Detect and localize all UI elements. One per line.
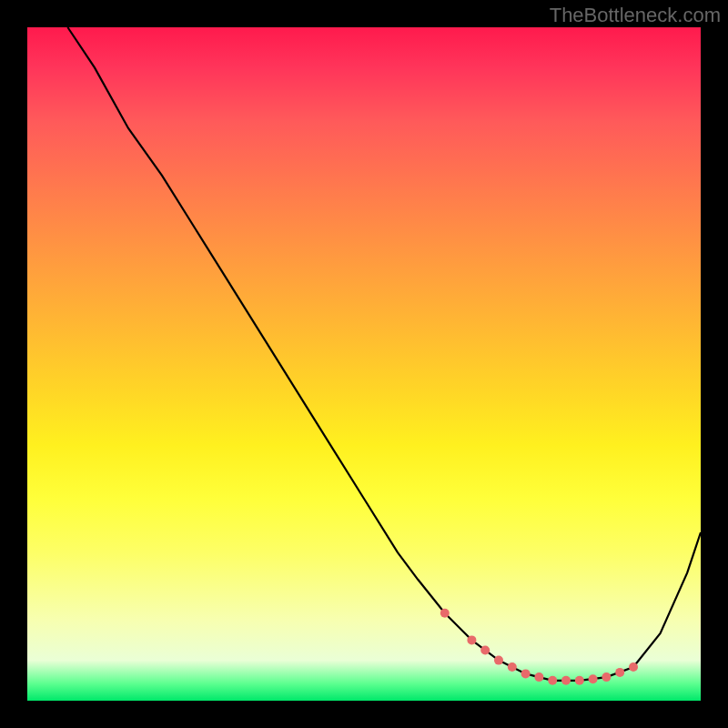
highlight-dot	[534, 672, 543, 682]
watermark-text: TheBottleneck.com	[550, 4, 721, 27]
chart-frame: TheBottleneck.com	[0, 0, 728, 728]
highlight-dot	[494, 656, 503, 665]
highlight-dot	[589, 674, 598, 683]
highlight-dot	[440, 609, 450, 618]
curve-svg	[27, 27, 701, 701]
highlight-dot	[602, 672, 611, 682]
highlight-dot	[629, 662, 638, 672]
plot-area	[27, 27, 701, 701]
optimal-zone-dots	[440, 609, 638, 685]
highlight-dot	[467, 635, 476, 644]
highlight-dot	[508, 662, 517, 672]
bottleneck-curve	[67, 27, 701, 681]
highlight-dot	[548, 676, 557, 685]
highlight-dot	[561, 676, 571, 685]
highlight-dot	[480, 646, 490, 655]
highlight-dot	[521, 669, 531, 678]
highlight-dot	[575, 676, 584, 685]
highlight-dot	[615, 668, 624, 677]
